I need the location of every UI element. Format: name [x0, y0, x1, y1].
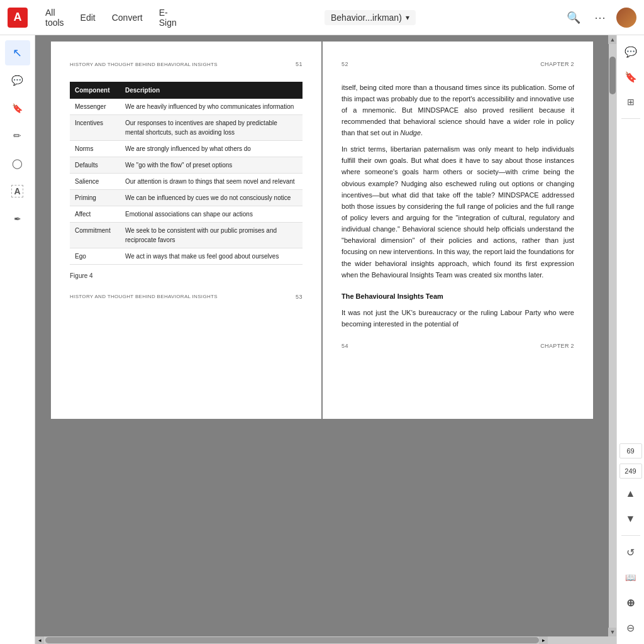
vertical-scrollbar[interactable]: ▲ ▼ [609, 35, 616, 636]
tool-bookmark[interactable]: 🔖 [5, 96, 30, 121]
tool-draw[interactable]: ◯ [5, 151, 30, 176]
zoom-out-icon: ⊖ [626, 622, 635, 634]
page-num-249: 249 [619, 464, 642, 479]
panel-comment-icon: 💬 [625, 46, 637, 58]
panel-pages-tool[interactable]: 📖 [619, 566, 642, 589]
pages-icon: 📖 [625, 572, 636, 582]
mindspace-table: Component Description MessengerWe are he… [70, 82, 303, 265]
table-cell-description: We are heavily influenced by who communi… [120, 99, 303, 115]
tool-comment[interactable]: 💬 [5, 68, 30, 93]
tool-cursor[interactable]: ↖ [5, 40, 30, 65]
page-num-69[interactable]: 69 [619, 443, 642, 458]
panel-divider-1 [621, 118, 640, 119]
left-page-header-title: HISTORY AND THOUGHT BEHIND BEHAVIORAL IN… [70, 61, 218, 69]
draw-icon: ◯ [12, 158, 23, 169]
more-options-button[interactable]: ⋯ [590, 8, 610, 28]
left-page: HISTORY AND THOUGHT BEHIND BEHAVIORAL IN… [51, 42, 321, 419]
panel-divider-2 [621, 535, 640, 536]
panel-bookmark-tool[interactable]: 🔖 [619, 65, 642, 88]
comment-icon: 💬 [11, 75, 23, 86]
right-panel: 💬 🔖 ⊞ 69 249 ▲ ▼ ↺ [616, 35, 644, 644]
table-cell-component: Commitment [70, 222, 120, 248]
down-arrow-icon: ▼ [626, 513, 636, 525]
left-sidebar: ↖ 💬 🔖 ✏ ◯ A ✒ [0, 35, 35, 644]
document-title[interactable]: Behavior...irkman) ▾ [325, 10, 416, 25]
table-cell-component: Defaults [70, 157, 120, 173]
left-footer-page: 53 [296, 293, 303, 302]
panel-zoom-out-tool[interactable]: ⊖ [619, 616, 642, 639]
panel-down-arrow[interactable]: ▼ [619, 508, 642, 530]
nav-esign[interactable]: E-Sign [152, 4, 184, 31]
right-footer-title: CHAPTER 2 [540, 342, 574, 351]
right-page-num: 52 [341, 60, 348, 69]
panel-zoom-in-tool[interactable]: ⊕ [619, 591, 642, 614]
app-logo[interactable]: A [8, 8, 28, 28]
table-cell-component: Norms [70, 140, 120, 157]
table-cell-component: Affect [70, 206, 120, 222]
zoom-in-icon: ⊕ [626, 597, 635, 609]
signature-icon: ✒ [14, 214, 21, 224]
scroll-down-arrow[interactable]: ▼ [608, 628, 616, 636]
tool-text-select[interactable]: A [5, 179, 30, 204]
right-footer-page: 54 [341, 342, 348, 351]
main-scroll: HISTORY AND THOUGHT BEHIND BEHAVIORAL IN… [35, 35, 616, 636]
chevron-down-icon: ▾ [406, 13, 409, 22]
toolbar-right: 🔍 ⋯ [564, 8, 636, 28]
table-cell-component: Messenger [70, 99, 120, 115]
left-page-footer: HISTORY AND THOUGHT BEHIND BEHAVIORAL IN… [70, 293, 303, 302]
toolbar: A All tools Edit Convert E-Sign Behavior… [0, 0, 644, 35]
scroll-left-btn[interactable]: ◂ [35, 636, 44, 644]
right-page-header-title: CHAPTER 2 [540, 60, 574, 69]
scroll-right-btn[interactable]: ▸ [539, 636, 548, 644]
left-page-number: 51 [296, 60, 303, 69]
right-page-footer: 54 CHAPTER 2 [341, 342, 574, 351]
table-header-component: Component [70, 82, 120, 99]
italic-nudge: Nudge [401, 129, 421, 136]
panel-up-arrow[interactable]: ▲ [619, 482, 642, 505]
table-header-description: Description [120, 82, 303, 99]
search-button[interactable]: 🔍 [564, 8, 584, 28]
left-footer-title: HISTORY AND THOUGHT BEHIND BEHAVIORAL IN… [70, 293, 218, 301]
right-page-text: itself, being cited more than a thousand… [341, 82, 574, 330]
v-scroll-thumb[interactable] [609, 57, 616, 94]
panel-grid-tool[interactable]: ⊞ [619, 91, 642, 113]
left-page-header: HISTORY AND THOUGHT BEHIND BEHAVIORAL IN… [70, 60, 303, 69]
table-cell-description: We "go with the flow" of preset options [120, 157, 303, 173]
para-1: itself, being cited more than a thousand… [341, 82, 574, 139]
table-cell-description: We seek to be consistent with our public… [120, 222, 303, 248]
content-area: HISTORY AND THOUGHT BEHIND BEHAVIORAL IN… [35, 35, 644, 644]
section-para: It was not just the UK's bureaucracy or … [341, 307, 574, 330]
right-page: 52 CHAPTER 2 itself, being cited more th… [323, 42, 593, 419]
tool-signature[interactable]: ✒ [5, 206, 30, 231]
figure-caption: Figure 4 [70, 271, 303, 280]
tool-highlight[interactable]: ✏ [5, 123, 30, 148]
horizontal-scrollbar[interactable]: ◂ ▸ [35, 636, 616, 644]
nav-edit[interactable]: Edit [73, 9, 103, 26]
nav-bar: All tools Edit Convert E-Sign [38, 4, 184, 31]
panel-rotate-tool[interactable]: ↺ [619, 541, 642, 564]
right-page-header: 52 CHAPTER 2 [341, 60, 574, 69]
highlight-icon: ✏ [13, 130, 21, 142]
para-2: In strict terms, libertarian paternalism… [341, 143, 574, 280]
panel-comment-tool[interactable]: 💬 [619, 40, 642, 63]
text-select-icon: A [11, 185, 23, 197]
table-cell-description: We can be influenced by cues we do not c… [120, 189, 303, 206]
user-avatar[interactable] [616, 8, 636, 28]
section-heading: The Behavioural Insights Team [341, 291, 574, 302]
table-cell-description: We act in ways that make us feel good ab… [120, 248, 303, 264]
h-scroll-thumb[interactable] [45, 637, 539, 643]
up-arrow-icon: ▲ [626, 488, 636, 499]
table-cell-component: Priming [70, 189, 120, 206]
table-cell-component: Incentives [70, 114, 120, 140]
table-cell-component: Ego [70, 248, 120, 264]
nav-convert[interactable]: Convert [104, 9, 150, 26]
pdf-viewer[interactable]: HISTORY AND THOUGHT BEHIND BEHAVIORAL IN… [35, 35, 609, 636]
nav-all-tools[interactable]: All tools [38, 4, 72, 31]
pages-scroll-area: HISTORY AND THOUGHT BEHIND BEHAVIORAL IN… [35, 35, 616, 644]
table-cell-description: Our attention is drawn to things that se… [120, 173, 303, 189]
cursor-icon: ↖ [13, 46, 22, 60]
scroll-up-arrow[interactable]: ▲ [608, 35, 616, 44]
panel-grid-icon: ⊞ [627, 97, 635, 107]
table-cell-component: Salience [70, 173, 120, 189]
table-cell-description: We are strongly influenced by what other… [120, 140, 303, 157]
